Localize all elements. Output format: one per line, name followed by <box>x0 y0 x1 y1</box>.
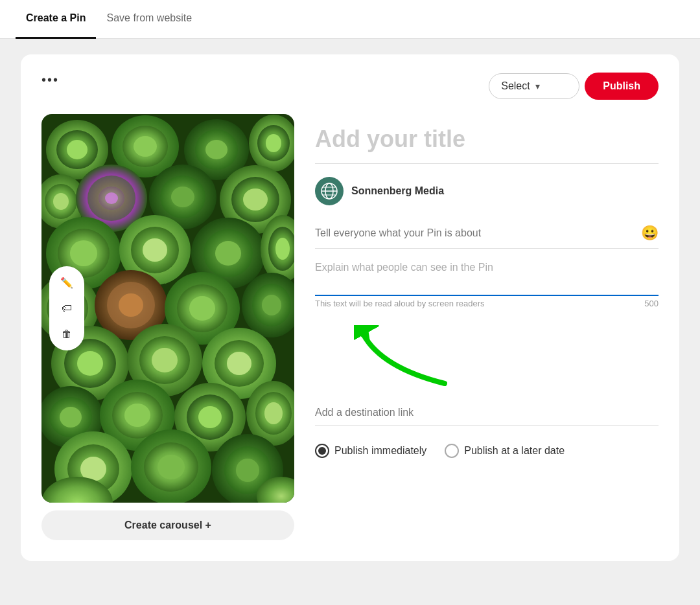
top-navigation: Create a Pin Save from website <box>0 0 700 39</box>
create-carousel-button[interactable]: Create carousel + <box>41 510 294 540</box>
create-pin-card: ••• Select ▾ Publish <box>21 54 679 561</box>
pin-image-wrapper: ✏️ 🏷 🗑 <box>41 114 294 503</box>
svg-point-48 <box>189 296 215 321</box>
svg-point-63 <box>60 407 82 428</box>
svg-point-51 <box>262 295 281 315</box>
annotation-container <box>315 319 659 390</box>
svg-point-54 <box>77 351 103 376</box>
publish-button[interactable]: Publish <box>585 73 659 100</box>
alt-text-hint: This text will be read aloud by screen r… <box>315 299 485 308</box>
account-avatar <box>315 177 344 205</box>
publish-immediately-radio[interactable] <box>315 444 329 458</box>
delete-button[interactable]: 🗑 <box>56 323 78 345</box>
publish-immediately-option[interactable]: Publish immediately <box>315 444 426 458</box>
alt-text-input[interactable] <box>315 276 659 296</box>
account-name: Sonnenberg Media <box>351 185 444 197</box>
svg-point-81 <box>236 459 259 482</box>
svg-point-57 <box>152 348 178 372</box>
description-input[interactable] <box>315 227 641 239</box>
svg-point-24 <box>171 187 194 207</box>
tag-button[interactable]: 🏷 <box>56 297 78 319</box>
description-field-wrapper: 😀 <box>315 218 659 249</box>
svg-point-6 <box>134 136 157 157</box>
main-content: ••• Select ▾ Publish <box>0 39 700 576</box>
tab-create-pin[interactable]: Create a Pin <box>16 0 96 39</box>
tag-icon: 🏷 <box>62 302 72 314</box>
svg-point-12 <box>266 134 281 152</box>
alt-text-area: Explain what people can see in the Pin <box>315 262 659 296</box>
edit-button[interactable]: ✏️ <box>56 271 78 293</box>
publish-later-label: Publish at a later date <box>464 445 565 457</box>
svg-point-69 <box>198 406 222 428</box>
svg-point-39 <box>275 238 290 260</box>
svg-point-36 <box>215 241 241 266</box>
trash-icon: 🗑 <box>62 328 72 340</box>
destination-link-input[interactable] <box>315 400 659 426</box>
top-controls: Select ▾ Publish <box>489 73 659 100</box>
publish-later-radio[interactable] <box>445 444 459 458</box>
emoji-icon[interactable]: 😀 <box>641 225 659 242</box>
chevron-down-icon: ▾ <box>535 81 540 91</box>
svg-point-9 <box>205 140 228 159</box>
avatar-icon <box>320 182 338 200</box>
tab-save-label: Save from website <box>106 12 192 24</box>
svg-point-66 <box>124 404 150 427</box>
tab-create-pin-label: Create a Pin <box>26 12 86 24</box>
select-label: Select <box>501 80 530 92</box>
svg-point-60 <box>227 352 251 375</box>
green-arrow-annotation <box>354 325 458 390</box>
board-select-dropdown[interactable]: Select ▾ <box>489 73 579 99</box>
svg-point-15 <box>53 193 69 210</box>
publish-options: Publish immediately Publish at a later d… <box>315 444 659 458</box>
svg-point-30 <box>70 240 97 266</box>
alt-text-hint-row: This text will be read aloud by screen r… <box>315 299 659 308</box>
char-count: 500 <box>644 299 659 308</box>
radio-inner-dot <box>318 447 326 455</box>
svg-point-3 <box>67 140 88 159</box>
image-sidebar: ✏️ 🏷 🗑 <box>49 266 84 350</box>
publish-later-option[interactable]: Publish at a later date <box>445 444 565 458</box>
svg-point-33 <box>143 238 167 262</box>
tab-save-from-website[interactable]: Save from website <box>96 0 202 39</box>
more-options-button[interactable]: ••• <box>41 73 59 87</box>
alt-text-label: Explain what people can see in the Pin <box>315 262 659 273</box>
pencil-icon: ✏️ <box>60 277 73 289</box>
title-input[interactable] <box>315 120 659 164</box>
svg-point-78 <box>158 455 185 479</box>
left-panel: ✏️ 🏷 🗑 Create carousel + <box>41 114 294 540</box>
svg-point-45 <box>119 293 143 317</box>
svg-point-21 <box>105 192 118 204</box>
right-panel: Sonnenberg Media 😀 Explain what people c… <box>315 120 659 540</box>
publish-immediately-label: Publish immediately <box>334 445 426 457</box>
account-row: Sonnenberg Media <box>315 177 659 205</box>
svg-point-72 <box>264 402 283 424</box>
svg-point-27 <box>243 188 268 211</box>
